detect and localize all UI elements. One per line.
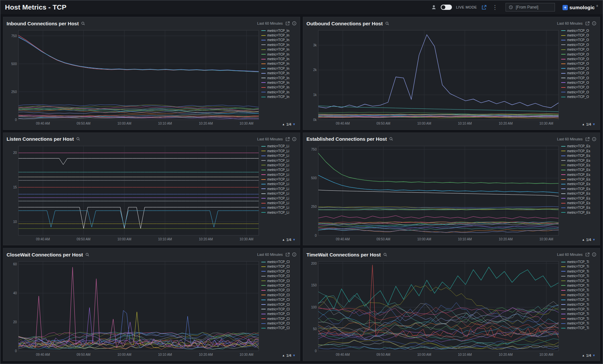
share-icon[interactable] <box>481 5 487 10</box>
legend-item[interactable]: metric=TCP_In <box>261 80 296 85</box>
legend-item[interactable]: metric=TCP_Li <box>261 177 296 182</box>
legend-item[interactable]: metric=TCP_In <box>261 66 296 71</box>
open-in-new-icon[interactable] <box>585 137 590 141</box>
legend-item[interactable]: metric=TCP_Cl <box>261 321 296 326</box>
legend-item[interactable]: metric=TCP_O <box>561 85 596 90</box>
legend-item[interactable]: metric=TCP_O <box>561 33 596 37</box>
legend-item[interactable]: metric=TCP_Li <box>261 172 296 177</box>
chart-canvas[interactable]: 09:40 AM09:50 AM10:00 AM10:10 AM10:20 AM… <box>306 28 560 127</box>
legend-item[interactable]: metric=TCP_Es <box>561 182 596 186</box>
legend-item[interactable]: metric=TCP_Li <box>261 201 296 205</box>
legend-item[interactable]: metric=TCP_Ti <box>561 269 596 274</box>
page-up-icon[interactable]: ▲ <box>282 354 285 357</box>
open-in-new-icon[interactable] <box>285 252 290 257</box>
time-range-label[interactable]: Last 60 Minutes <box>257 253 283 256</box>
legend-item[interactable]: metric=TCP_In <box>261 33 296 37</box>
legend-item[interactable]: metric=TCP_Es <box>561 177 596 182</box>
info-icon[interactable] <box>292 21 297 26</box>
legend-item[interactable]: metric=TCP_Es <box>561 168 596 172</box>
legend-item[interactable]: metric=TCP_Es <box>561 163 596 167</box>
legend-item[interactable]: metric=TCP_Ti <box>561 312 596 316</box>
info-icon[interactable] <box>292 137 297 141</box>
page-down-icon[interactable]: ▼ <box>592 354 595 357</box>
legend-item[interactable]: metric=TCP_O <box>561 61 596 66</box>
page-up-icon[interactable]: ▲ <box>582 123 585 126</box>
legend-item[interactable]: metric=TCP_In <box>261 61 296 66</box>
open-in-new-icon[interactable] <box>585 21 590 26</box>
legend-item[interactable]: metric=TCP_In <box>261 38 296 42</box>
legend-item[interactable]: metric=TCP_O <box>561 28 596 33</box>
legend-item[interactable]: metric=TCP_Ti <box>561 288 596 293</box>
legend-item[interactable]: metric=TCP_Li <box>261 149 296 153</box>
legend-item[interactable]: metric=TCP_Li <box>261 191 296 196</box>
legend-item[interactable]: metric=TCP_Ti <box>561 321 596 326</box>
chart-canvas[interactable]: 09:40 AM09:50 AM10:00 AM10:10 AM10:20 AM… <box>7 259 260 358</box>
legend-item[interactable]: metric=TCP_Ti <box>561 279 596 283</box>
time-range-label[interactable]: Last 60 Minutes <box>257 137 283 141</box>
page-down-icon[interactable]: ▼ <box>293 354 296 357</box>
kebab-menu-icon[interactable]: ⋮ <box>491 5 499 10</box>
legend-item[interactable]: metric=TCP_In <box>261 52 296 57</box>
legend-item[interactable]: metric=TCP_Cl <box>261 279 296 283</box>
page-up-icon[interactable]: ▲ <box>282 123 285 126</box>
legend-item[interactable]: metric=TCP_Li <box>261 186 296 191</box>
chart-canvas[interactable]: 09:40 AM09:50 AM10:00 AM10:10 AM10:20 AM… <box>306 259 560 358</box>
legend-item[interactable]: metric=TCP_Li <box>261 144 296 149</box>
legend-item[interactable]: metric=TCP_O <box>561 90 596 94</box>
legend-item[interactable]: metric=TCP_O <box>561 94 596 99</box>
legend-item[interactable]: metric=TCP_O <box>561 52 596 57</box>
legend-item[interactable]: metric=TCP_O <box>561 66 596 71</box>
info-icon[interactable] <box>592 137 596 141</box>
legend-item[interactable]: metric=TCP_Es <box>561 201 596 205</box>
legend-item[interactable]: metric=TCP_Ti <box>561 264 596 269</box>
legend-item[interactable]: metric=TCP_O <box>561 57 596 61</box>
legend-item[interactable]: metric=TCP_In <box>261 71 296 76</box>
legend-item[interactable]: metric=TCP_Ti <box>561 307 596 311</box>
live-mode-toggle[interactable] <box>441 5 452 10</box>
legend-item[interactable]: metric=TCP_Cl <box>261 297 296 302</box>
legend-item[interactable]: metric=TCP_In <box>261 94 296 99</box>
legend-item[interactable]: metric=TCP_Es <box>561 196 596 201</box>
legend-item[interactable]: metric=TCP_Cl <box>261 326 296 330</box>
magnifier-icon[interactable] <box>385 21 389 26</box>
legend-item[interactable]: metric=TCP_O <box>561 42 596 47</box>
legend-item[interactable]: metric=TCP_O <box>561 47 596 52</box>
page-down-icon[interactable]: ▼ <box>592 238 595 241</box>
legend-item[interactable]: metric=TCP_In <box>261 47 296 52</box>
page-down-icon[interactable]: ▼ <box>592 123 595 126</box>
open-in-new-icon[interactable] <box>585 252 590 257</box>
page-down-icon[interactable]: ▼ <box>293 238 296 241</box>
legend-item[interactable]: metric=TCP_O <box>561 71 596 76</box>
chart-canvas[interactable]: 09:40 AM09:50 AM10:00 AM10:10 AM10:20 AM… <box>7 143 260 243</box>
magnifier-icon[interactable] <box>383 253 387 257</box>
legend-item[interactable]: metric=TCP_Ti <box>561 316 596 321</box>
chart-canvas[interactable]: 09:40 AM09:50 AM10:00 AM10:10 AM10:20 AM… <box>7 28 260 127</box>
legend-item[interactable]: metric=TCP_Cl <box>261 316 296 321</box>
legend-item[interactable]: metric=TCP_Ti <box>561 326 596 330</box>
page-down-icon[interactable]: ▼ <box>293 123 296 126</box>
page-up-icon[interactable]: ▲ <box>582 354 585 357</box>
legend-item[interactable]: metric=TCP_In <box>261 28 296 33</box>
page-up-icon[interactable]: ▲ <box>282 238 285 241</box>
open-in-new-icon[interactable] <box>285 137 290 141</box>
legend-item[interactable]: metric=TCP_Ti <box>561 283 596 288</box>
legend-item[interactable]: metric=TCP_Es <box>561 158 596 163</box>
magnifier-icon[interactable] <box>81 21 85 26</box>
legend-item[interactable]: metric=TCP_Cl <box>261 269 296 274</box>
legend-item[interactable]: metric=TCP_Li <box>261 182 296 186</box>
time-filter-input[interactable] <box>515 5 552 10</box>
time-range-label[interactable]: Last 60 Minutes <box>557 137 583 141</box>
legend-item[interactable]: metric=TCP_Es <box>561 210 596 215</box>
legend-item[interactable]: metric=TCP_Ti <box>561 297 596 302</box>
legend-item[interactable]: metric=TCP_Es <box>561 206 596 210</box>
legend-item[interactable]: metric=TCP_Cl <box>261 259 296 264</box>
legend-item[interactable]: metric=TCP_In <box>261 90 296 94</box>
legend-item[interactable]: metric=TCP_Es <box>561 191 596 196</box>
legend-item[interactable]: metric=TCP_Ti <box>561 274 596 279</box>
info-icon[interactable] <box>592 252 596 257</box>
time-range-label[interactable]: Last 60 Minutes <box>557 21 583 25</box>
legend-item[interactable]: metric=TCP_Cl <box>261 264 296 269</box>
legend-item[interactable]: metric=TCP_O <box>561 76 596 80</box>
legend-item[interactable]: metric=TCP_Es <box>561 172 596 177</box>
legend-item[interactable]: metric=TCP_Ti <box>561 259 596 264</box>
